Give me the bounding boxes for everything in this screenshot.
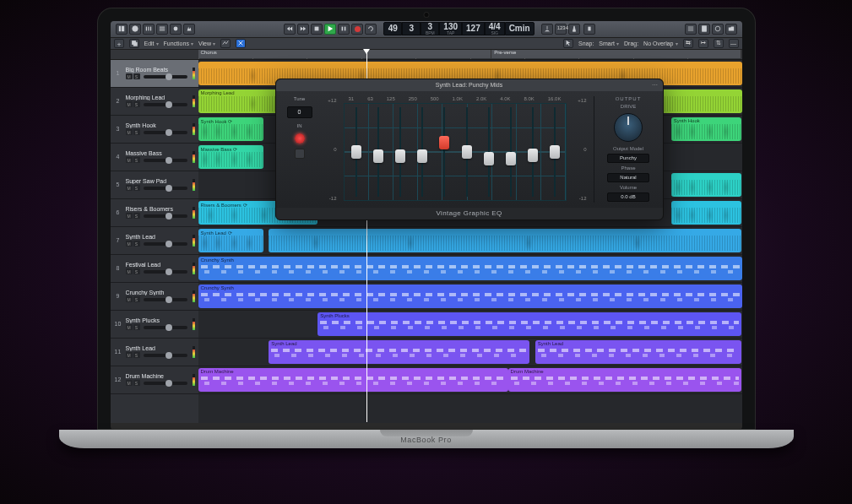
bar-ruler[interactable]: 41434547495153555759 ChorusPre-verse <box>111 50 742 60</box>
eq-band-thumb[interactable] <box>484 152 494 165</box>
pointer-tool[interactable] <box>563 39 573 48</box>
play-button[interactable] <box>324 24 336 35</box>
model-value[interactable]: Punchy <box>607 154 649 163</box>
notes-button[interactable] <box>698 24 710 35</box>
region[interactable]: Drum Machine <box>508 368 742 392</box>
master-vol-button[interactable] <box>583 24 595 35</box>
tuner-button[interactable] <box>541 24 553 35</box>
solo-button[interactable]: S <box>133 296 140 302</box>
drive-knob[interactable] <box>614 113 643 142</box>
library-button[interactable] <box>116 24 128 35</box>
region[interactable]: Synth Lead <box>269 340 529 364</box>
volume-slider[interactable] <box>144 326 187 329</box>
list-editors-button[interactable] <box>685 24 697 35</box>
volume-slider[interactable] <box>144 159 187 162</box>
track-header[interactable]: 8 Festival Lead MS <box>111 255 198 283</box>
catch-button[interactable]: ↦ <box>698 39 708 48</box>
mute-button[interactable]: M <box>126 296 133 302</box>
eq-band-slider[interactable] <box>488 107 490 197</box>
mute-button[interactable]: M <box>126 213 133 219</box>
snap-menu[interactable]: Snap: Smart▾ <box>578 41 619 46</box>
phase-invert-button[interactable] <box>295 149 305 159</box>
volume-slider[interactable] <box>144 131 187 134</box>
eq-band-thumb[interactable] <box>373 149 383 163</box>
region[interactable]: Crunchy Synth <box>198 285 742 308</box>
mute-button[interactable]: M <box>126 73 133 79</box>
eq-band-slider[interactable] <box>377 107 379 197</box>
editors-button[interactable] <box>183 24 195 35</box>
track-lane[interactable]: Synth LeadSynth Lead <box>198 339 742 366</box>
flex-button[interactable] <box>236 39 246 48</box>
mute-button[interactable]: M <box>126 101 133 107</box>
region[interactable]: Synth Plucks <box>317 312 741 336</box>
eq-band-slider[interactable] <box>554 107 556 197</box>
mute-button[interactable]: M <box>126 324 133 330</box>
tune-value[interactable]: 0 <box>287 106 312 118</box>
solo-button[interactable]: S <box>133 352 140 358</box>
drag-menu[interactable]: Drag: No Overlap▾ <box>624 41 677 46</box>
stop-button[interactable] <box>311 24 323 35</box>
track-lane[interactable]: Crunchy Synth <box>198 255 742 283</box>
metronome-button[interactable] <box>568 24 580 35</box>
solo-button[interactable]: S <box>133 101 140 107</box>
volume-slider[interactable] <box>144 187 187 190</box>
zoom-v-button[interactable]: ⇅ <box>714 39 724 48</box>
track-dup-button[interactable] <box>129 39 139 48</box>
mute-button[interactable]: M <box>126 185 133 191</box>
solo-button[interactable]: S <box>133 185 140 191</box>
track-header[interactable]: 3 Synth Hook MS <box>111 116 198 144</box>
arrangement-marker[interactable]: Chorus <box>198 50 492 58</box>
volume-slider[interactable] <box>144 270 187 274</box>
region[interactable] <box>269 229 741 252</box>
zoom-slider[interactable]: — <box>729 39 739 48</box>
mixer-button[interactable] <box>143 24 155 35</box>
eq-band-slider[interactable] <box>466 107 468 197</box>
eq-band-slider[interactable] <box>443 107 445 197</box>
solo-button[interactable]: S <box>133 268 140 274</box>
eq-band-slider[interactable] <box>510 107 512 197</box>
region[interactable]: Synth Hook ⟳ <box>198 117 263 141</box>
eq-band-thumb[interactable] <box>351 145 361 159</box>
eq-band-thumb[interactable] <box>462 145 472 159</box>
browser-button[interactable] <box>725 24 737 35</box>
track-header[interactable]: 6 Risers & Boomers MS <box>111 199 198 227</box>
track-header[interactable]: 4 Massive Bass MS <box>111 144 198 171</box>
solo-button[interactable]: S <box>133 157 140 163</box>
edit-menu[interactable]: Edit▾ <box>144 41 159 46</box>
solo-button[interactable]: S <box>133 129 140 135</box>
track-lane[interactable]: Synth Lead ⟳ <box>198 227 742 255</box>
inspector-button[interactable] <box>129 24 141 35</box>
region[interactable]: Synth Lead ⟳ <box>198 229 263 252</box>
smart-controls-button[interactable] <box>170 24 182 35</box>
solo-button[interactable]: S <box>133 241 140 247</box>
volume-slider[interactable] <box>144 214 187 218</box>
solo-button[interactable]: S <box>133 380 140 386</box>
volume-slider[interactable] <box>144 242 187 246</box>
track-header[interactable]: 2 Morphing Lead MS <box>111 88 198 116</box>
count-in-button[interactable]: 1234 <box>555 24 567 35</box>
eq-band-slider[interactable] <box>355 107 357 197</box>
eq-band-thumb[interactable] <box>528 149 538 162</box>
plugin-window[interactable]: Synth Lead: Punchy Mids ⋯ Tune 0 IN +12 <box>275 79 664 220</box>
mute-button[interactable]: M <box>126 157 133 163</box>
track-header[interactable]: 1 Big Room Beats MS <box>111 60 198 88</box>
phase-value[interactable]: Natural <box>607 173 649 182</box>
track-lane[interactable]: Drum MachineDrum Machine <box>198 366 742 394</box>
track-header[interactable]: 12 Drum Machine MS <box>111 366 198 394</box>
eq-band-slider[interactable] <box>532 107 534 197</box>
plugin-titlebar[interactable]: Synth Lead: Punchy Mids ⋯ <box>276 79 663 91</box>
plugin-menu-icon[interactable]: ⋯ <box>652 82 658 89</box>
track-header[interactable]: 5 Super Saw Pad MS <box>111 171 198 199</box>
eq-band-slider[interactable] <box>421 107 423 197</box>
volume-slider[interactable] <box>144 382 187 385</box>
region[interactable]: Synth Lead <box>535 340 742 364</box>
view-menu[interactable]: View▾ <box>198 41 215 46</box>
region[interactable]: Crunchy Synth <box>198 257 742 280</box>
mute-button[interactable]: M <box>126 129 133 135</box>
mute-button[interactable]: M <box>126 241 133 247</box>
eq-band-slider[interactable] <box>399 107 401 197</box>
mute-button[interactable]: M <box>126 268 133 274</box>
functions-menu[interactable]: Functions▾ <box>164 41 193 46</box>
track-header[interactable]: 10 Synth Plucks MS <box>111 311 198 339</box>
volume-slider[interactable] <box>144 103 187 106</box>
